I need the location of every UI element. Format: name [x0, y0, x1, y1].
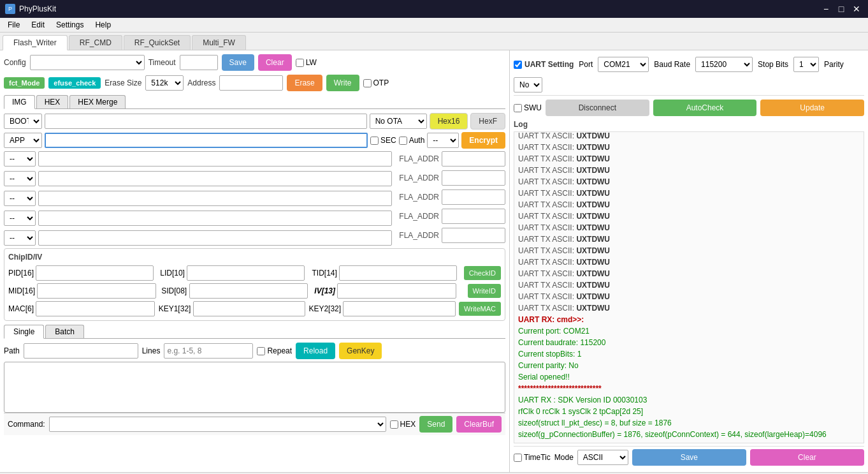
config-select[interactable]: [30, 55, 145, 70]
batch-path-input[interactable]: [24, 343, 138, 359]
tid-input[interactable]: [339, 265, 456, 281]
auth-label: Auth: [409, 136, 425, 145]
extra-file-2[interactable]: [38, 191, 392, 206]
iv-input[interactable]: [337, 283, 456, 299]
inner-tab-img[interactable]: IMG: [4, 95, 35, 109]
disconnect-button[interactable]: Disconnect: [546, 100, 649, 116]
app-select[interactable]: APP: [4, 133, 42, 148]
mid-input[interactable]: [37, 283, 156, 299]
menu-help[interactable]: Help: [90, 19, 116, 31]
fla-row-2: FLA_ADDR: [394, 189, 505, 205]
uart-save-button[interactable]: Save: [632, 449, 746, 466]
autocheck-button[interactable]: AutoCheck: [653, 100, 757, 116]
extra-select-0[interactable]: --: [4, 151, 36, 167]
batch-repeat-checkbox[interactable]: [257, 347, 265, 355]
checkid-button[interactable]: CheckID: [464, 266, 501, 280]
swu-checkbox[interactable]: [514, 104, 522, 112]
auth-checkbox[interactable]: [399, 137, 407, 145]
boot-file-input[interactable]: [45, 114, 367, 129]
sid-input[interactable]: [189, 283, 308, 299]
mode-select[interactable]: ASCII: [577, 450, 628, 465]
log-line: Current parity: No: [518, 360, 860, 371]
genkey-button[interactable]: GenKey: [339, 343, 382, 359]
fla-input-0[interactable]: [442, 151, 505, 167]
stop-select[interactable]: 1: [793, 57, 819, 72]
app-file-input[interactable]: [45, 133, 368, 148]
tab-rf-quickset[interactable]: RF_QuickSet: [124, 35, 191, 50]
inner-tab-bar: IMG HEX HEX Merge: [4, 95, 505, 109]
fla-input-2[interactable]: [442, 189, 505, 205]
inner-tab-hexmerge[interactable]: HEX Merge: [69, 95, 126, 108]
hex-checkbox[interactable]: [390, 420, 398, 429]
encrypt-button[interactable]: Encrypt: [461, 132, 505, 149]
fla-input-3[interactable]: [442, 209, 505, 224]
extra-file-4[interactable]: [38, 230, 392, 246]
tab-multi-fw[interactable]: Multi_FW: [192, 35, 246, 50]
no-ota-select[interactable]: No OTA: [370, 114, 427, 129]
mode-label: Mode: [554, 453, 574, 462]
writemac-button[interactable]: WriteMAC: [459, 302, 501, 316]
reload-button[interactable]: Reload: [296, 343, 335, 359]
tab-rf-cmd[interactable]: RF_CMD: [69, 35, 122, 50]
boot-select[interactable]: BOOT: [4, 114, 42, 129]
close-button[interactable]: ✕: [850, 3, 863, 15]
maximize-button[interactable]: □: [835, 3, 848, 15]
send-button[interactable]: Send: [419, 416, 452, 433]
erase-size-select[interactable]: 512k: [145, 75, 184, 91]
menu-settings[interactable]: Settings: [51, 19, 89, 31]
save-button[interactable]: Save: [222, 54, 254, 71]
pid-input[interactable]: [36, 265, 153, 281]
fla-input-4[interactable]: [442, 228, 505, 243]
writeid-button[interactable]: WriteID: [468, 284, 501, 298]
erase-button[interactable]: Erase: [287, 75, 322, 91]
fla-label-3: FLA_ADDR: [394, 212, 439, 221]
timetic-checkbox[interactable]: [514, 454, 522, 462]
app-mode-select[interactable]: --: [427, 133, 459, 148]
key1-input[interactable]: [193, 301, 306, 316]
extra-select-1[interactable]: --: [4, 171, 36, 186]
lw-checkbox[interactable]: [296, 59, 304, 67]
extra-file-3[interactable]: [38, 211, 392, 226]
inner-tab-hex[interactable]: HEX: [36, 95, 69, 108]
timetic-checkbox-row: TimeTic: [514, 453, 551, 462]
write-button[interactable]: Write: [326, 75, 359, 91]
extra-row-3: --: [4, 211, 392, 226]
uart-title-group: UART Setting: [514, 60, 574, 69]
menu-edit[interactable]: Edit: [26, 19, 50, 31]
tab-flash-writer[interactable]: Flash_Writer: [3, 35, 68, 50]
minimize-button[interactable]: −: [820, 3, 832, 15]
fla-input-1[interactable]: [442, 170, 505, 186]
log-line: UART TX ASCII: UXTDWU: [518, 268, 860, 279]
sub-tab-batch[interactable]: Batch: [45, 325, 84, 338]
extra-file-1[interactable]: [38, 171, 392, 186]
chip-section-title: ChipID/IV: [8, 253, 501, 262]
sub-tab-single[interactable]: Single: [4, 325, 44, 339]
hex16-button[interactable]: Hex16: [430, 113, 468, 130]
sec-checkbox[interactable]: [370, 137, 379, 145]
batch-textarea[interactable]: [4, 362, 505, 413]
batch-lines-input[interactable]: [164, 343, 253, 359]
baud-select[interactable]: 115200: [695, 57, 753, 72]
hexf-button[interactable]: HexF: [470, 113, 505, 130]
update-button[interactable]: Update: [760, 100, 864, 116]
lid-input[interactable]: [187, 265, 304, 281]
mac-input[interactable]: [36, 301, 155, 316]
otp-checkbox[interactable]: [363, 79, 372, 87]
address-input[interactable]: [219, 75, 283, 91]
menu-file[interactable]: File: [3, 19, 25, 31]
command-select[interactable]: [49, 417, 386, 432]
uart-clear-button[interactable]: Clear: [750, 449, 864, 466]
extra-select-3[interactable]: --: [4, 211, 36, 226]
uart-enable-checkbox[interactable]: [514, 61, 522, 69]
extra-select-4[interactable]: --: [4, 230, 36, 246]
timeout-input[interactable]: 4000: [180, 55, 218, 70]
extra-file-0[interactable]: [38, 151, 392, 167]
clearbuf-button[interactable]: ClearBuf: [456, 416, 502, 433]
fla-row-0: FLA_ADDR: [394, 151, 505, 167]
parity-select[interactable]: No: [514, 77, 542, 93]
iv-group: IV[13]: [314, 283, 465, 299]
key2-input[interactable]: [343, 301, 456, 316]
port-select[interactable]: COM21: [598, 57, 649, 72]
extra-select-2[interactable]: --: [4, 191, 36, 206]
clear-button[interactable]: Clear: [258, 54, 292, 71]
